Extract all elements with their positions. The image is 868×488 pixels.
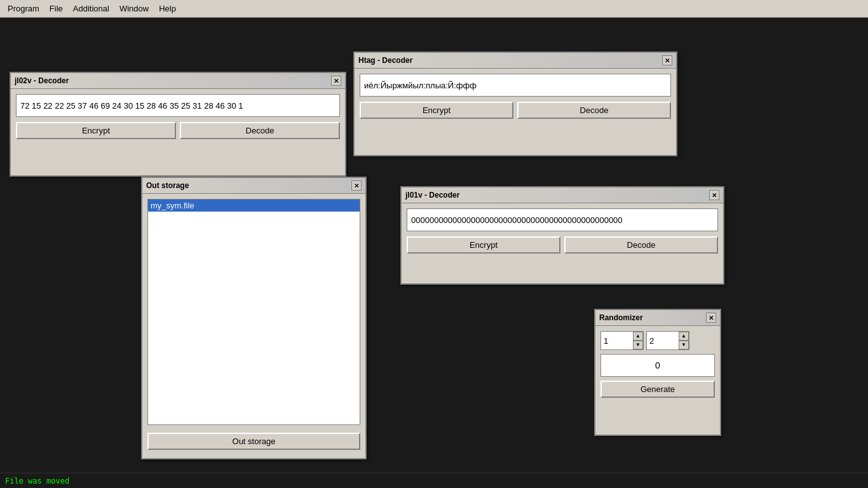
jl02v-input[interactable] [16, 94, 340, 117]
mdi-area: jl02v - Decoder ✕ Encrypt Decode Htag - … [0, 18, 868, 473]
htag-window: Htag - Decoder ✕ Encrypt Decode [353, 51, 677, 156]
htag-decode-btn[interactable]: Decode [517, 102, 671, 119]
jl02v-window: jl02v - Decoder ✕ Encrypt Decode [10, 72, 346, 177]
spinner1-wrap: ▲ ▼ [600, 331, 644, 350]
jl01v-encrypt-btn[interactable]: Encrypt [407, 236, 560, 254]
statusbar-text: File was moved [5, 477, 69, 485]
spinner2-wrap: ▲ ▼ [646, 331, 689, 350]
out-storage-title: Out storage [146, 181, 189, 190]
htag-titlebar: Htag - Decoder ✕ [355, 53, 676, 69]
jl02v-decode-btn[interactable]: Decode [180, 122, 340, 139]
spinner2-input[interactable] [647, 332, 679, 349]
jl02v-encrypt-btn[interactable]: Encrypt [16, 122, 176, 139]
jl02v-title: jl02v - Decoder [15, 76, 69, 85]
jl02v-close-btn[interactable]: ✕ [331, 76, 341, 86]
statusbar: File was moved [0, 473, 868, 488]
jl02v-titlebar: jl02v - Decoder ✕ [11, 73, 345, 89]
jl01v-close-btn[interactable]: ✕ [709, 190, 719, 200]
jl01v-window: jl01v - Decoder ✕ Encrypt Decode [400, 186, 724, 285]
out-storage-titlebar: Out storage ✕ [142, 178, 365, 194]
spinner1-up[interactable]: ▲ [633, 332, 643, 341]
spinner2-btns: ▲ ▼ [679, 332, 689, 349]
htag-btn-row: Encrypt Decode [360, 102, 671, 119]
menubar: Program File Additional Window Help [0, 0, 868, 18]
jl01v-content: Encrypt Decode [402, 203, 723, 259]
jl01v-btn-row: Encrypt Decode [407, 236, 718, 254]
out-storage-content: my_sym.file Out storage [142, 194, 365, 455]
randomizer-output: 0 [600, 354, 715, 377]
htag-encrypt-btn[interactable]: Encrypt [360, 102, 513, 119]
htag-close-btn[interactable]: ✕ [662, 55, 672, 65]
menu-additional[interactable]: Additional [68, 3, 114, 15]
htag-content: Encrypt Decode [355, 69, 676, 124]
spinner2-up[interactable]: ▲ [679, 332, 689, 341]
out-storage-close-btn[interactable]: ✕ [351, 180, 362, 191]
jl01v-titlebar: jl01v - Decoder ✕ [402, 187, 723, 203]
jl01v-title: jl01v - Decoder [405, 191, 459, 200]
spinner1-down[interactable]: ▼ [633, 341, 643, 349]
randomizer-titlebar: Randomizer ✕ [595, 310, 720, 326]
randomizer-spinners: ▲ ▼ ▲ ▼ [600, 331, 715, 350]
randomizer-close-btn[interactable]: ✕ [706, 313, 716, 323]
jl01v-decode-btn[interactable]: Decode [564, 236, 718, 254]
spinner2-down[interactable]: ▼ [679, 341, 689, 349]
out-storage-window: Out storage ✕ my_sym.file Out storage [141, 177, 367, 459]
menu-program[interactable]: Program [3, 3, 44, 15]
randomizer-window: Randomizer ✕ ▲ ▼ ▲ ▼ [594, 309, 721, 436]
htag-input[interactable] [360, 74, 671, 97]
randomizer-title: Randomizer [599, 313, 643, 322]
menu-file[interactable]: File [44, 3, 68, 15]
randomizer-content: ▲ ▼ ▲ ▼ 0 Generate [595, 326, 720, 403]
menu-help[interactable]: Help [154, 3, 181, 15]
generate-btn[interactable]: Generate [600, 381, 715, 398]
jl01v-input[interactable] [407, 208, 718, 231]
menu-window[interactable]: Window [114, 3, 154, 15]
out-storage-btn[interactable]: Out storage [147, 433, 360, 450]
jl02v-btn-row: Encrypt Decode [16, 122, 340, 139]
htag-title: Htag - Decoder [358, 56, 412, 65]
jl02v-content: Encrypt Decode [11, 89, 345, 144]
spinner1-input[interactable] [601, 332, 633, 349]
list-item[interactable]: my_sym.file [148, 200, 360, 212]
out-storage-listbox[interactable]: my_sym.file [147, 199, 360, 425]
spinner1-btns: ▲ ▼ [633, 332, 643, 349]
